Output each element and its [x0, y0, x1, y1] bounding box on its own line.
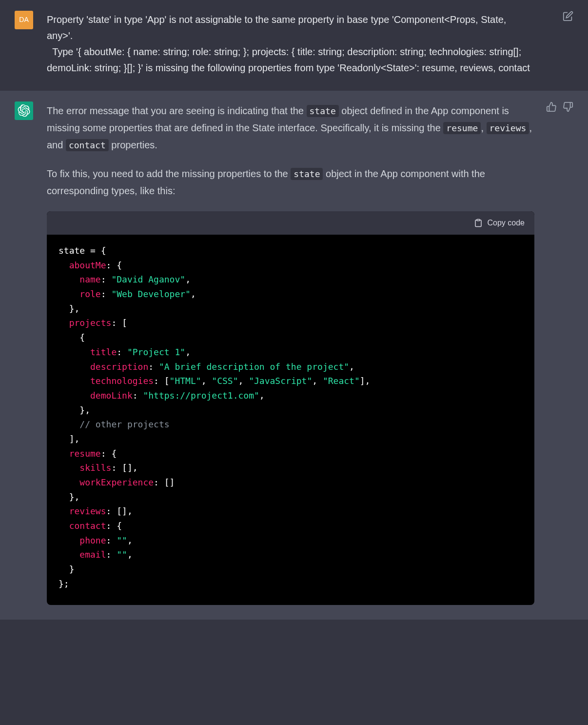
user-message-actions — [563, 10, 573, 20]
user-avatar: DA — [15, 11, 33, 29]
inline-code-state: state — [307, 105, 339, 117]
user-message-content: Property 'state' in type 'App' is not as… — [47, 11, 534, 76]
user-message-row: DA Property 'state' in type 'App' is not… — [0, 0, 588, 91]
code-block-header: Copy code — [47, 211, 534, 235]
clipboard-icon — [474, 219, 483, 227]
svg-rect-0 — [477, 220, 480, 221]
code-block: Copy code state = { aboutMe: { name: "Da… — [47, 211, 534, 605]
code-body: state = { aboutMe: { name: "David Aganov… — [47, 235, 534, 605]
thumbs-up-icon[interactable] — [546, 101, 557, 111]
user-message-text: Property 'state' in type 'App' is not as… — [47, 12, 534, 76]
edit-icon[interactable] — [563, 10, 573, 20]
openai-logo-icon — [18, 104, 30, 117]
assistant-paragraph-1: The error message that you are seeing is… — [47, 102, 534, 154]
thumbs-down-icon[interactable] — [563, 101, 573, 111]
copy-code-label: Copy code — [488, 216, 525, 230]
assistant-message-actions — [546, 101, 573, 111]
inline-code-state-2: state — [291, 168, 323, 180]
assistant-paragraph-2: To fix this, you need to add the missing… — [47, 165, 534, 200]
inline-code-resume: resume — [443, 122, 481, 134]
inline-code-contact: contact — [66, 139, 109, 151]
assistant-message-content: The error message that you are seeing is… — [47, 101, 534, 605]
inline-code-reviews: reviews — [487, 122, 529, 134]
assistant-message-row: The error message that you are seeing is… — [0, 91, 588, 620]
assistant-avatar — [15, 101, 33, 120]
copy-code-button[interactable]: Copy code — [474, 216, 525, 230]
